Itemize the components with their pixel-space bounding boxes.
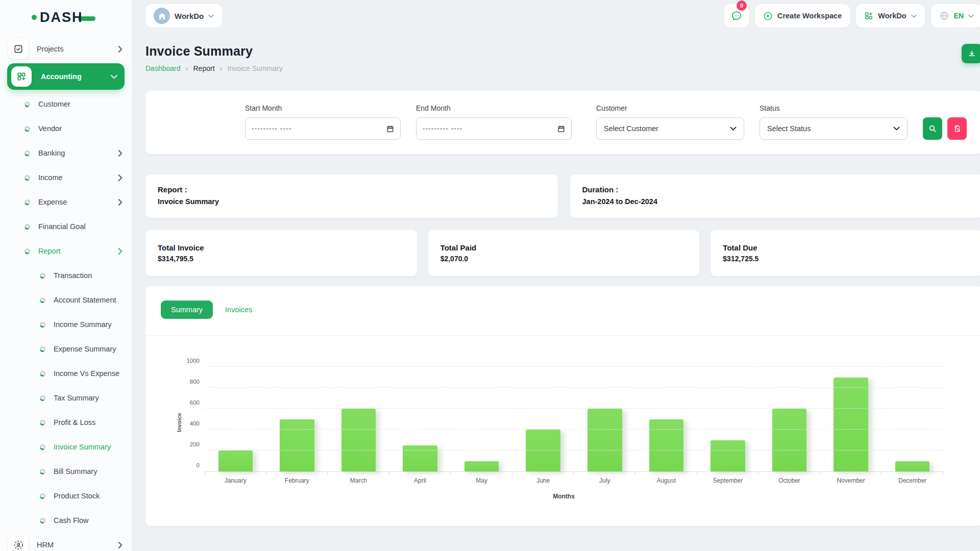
sidebar-item-income[interactable]: Income bbox=[0, 165, 132, 190]
reset-filter-button[interactable] bbox=[947, 117, 967, 140]
sidebar-item-financial-goal[interactable]: Financial Goal bbox=[0, 214, 132, 239]
customer-select[interactable]: Select Customer bbox=[596, 117, 744, 140]
breadcrumb: Dashboard › Report › Invoice Summary bbox=[145, 64, 283, 72]
sidebar-item-banking[interactable]: Banking bbox=[0, 141, 132, 165]
chevron-down-icon bbox=[968, 14, 974, 18]
sidebar-item-income-summary[interactable]: Income Summary bbox=[0, 312, 132, 337]
bar-february[interactable] bbox=[280, 419, 314, 472]
bar-august[interactable] bbox=[649, 419, 684, 472]
sidebar-item-label: Banking bbox=[38, 149, 65, 157]
bar-slot-august bbox=[635, 367, 697, 471]
chevron-right-icon bbox=[118, 46, 122, 53]
dash-logo[interactable]: DASH bbox=[0, 7, 132, 28]
bar-november[interactable] bbox=[834, 378, 868, 472]
chevron-down-icon bbox=[111, 74, 117, 79]
x-tick-label: October bbox=[758, 477, 820, 484]
start-month-label: Start Month bbox=[245, 104, 401, 112]
bar-april[interactable] bbox=[403, 445, 437, 471]
sidebar-item-profit-loss[interactable]: Profit & Loss bbox=[0, 410, 132, 435]
total-invoice-card: Total Invoice $314,795.5 bbox=[145, 230, 417, 276]
report-info-row: Report : Invoice Summary Duration : Jan-… bbox=[145, 174, 980, 218]
sidebar-item-label: Expense bbox=[38, 198, 67, 206]
breadcrumb-dashboard[interactable]: Dashboard bbox=[145, 64, 181, 72]
sidebar-item-invoice-summary[interactable]: Invoice Summary bbox=[0, 435, 132, 459]
bullet-icon bbox=[24, 175, 30, 181]
chart-x-labels: JanuaryFebruaryMarchAprilMayJuneJulyAugu… bbox=[205, 477, 943, 484]
bar-october[interactable] bbox=[772, 409, 807, 471]
end-month-input[interactable]: --------- ---- bbox=[416, 117, 572, 140]
topbar: WorkDo 0 Create Workspace WorkDo bbox=[145, 4, 980, 28]
chevron-right-icon bbox=[118, 174, 122, 181]
grid-plus-icon bbox=[11, 66, 32, 87]
total-paid-card: Total Paid $2,070.0 bbox=[428, 230, 700, 276]
sidebar-item-product-stock[interactable]: Product Stock bbox=[0, 484, 132, 508]
download-report-button[interactable] bbox=[962, 44, 980, 63]
bar-june[interactable] bbox=[526, 430, 560, 471]
logo-dot-icon bbox=[32, 15, 37, 20]
notifications-button[interactable]: 0 bbox=[724, 4, 749, 28]
bullet-icon bbox=[40, 469, 45, 474]
sidebar-item-report[interactable]: Report bbox=[0, 239, 132, 263]
sidebar-item-expense[interactable]: Expense bbox=[0, 190, 132, 214]
bar-slot-april bbox=[389, 367, 451, 471]
sidebar-item-accounting[interactable]: Accounting bbox=[7, 63, 125, 90]
create-workspace-button[interactable]: Create Workspace bbox=[755, 4, 850, 28]
workdo-menu[interactable]: WorkDo bbox=[856, 4, 924, 28]
workspace-selector[interactable]: WorkDo bbox=[145, 4, 222, 28]
x-tick-label: September bbox=[697, 477, 759, 484]
chevron-right-icon bbox=[118, 248, 122, 255]
x-tick-label: November bbox=[820, 477, 882, 484]
bullet-icon bbox=[40, 493, 45, 499]
gridline bbox=[205, 450, 943, 450]
sidebar-item-label: Income Summary bbox=[54, 320, 112, 329]
bar-december[interactable] bbox=[895, 461, 930, 472]
sidebar-item-account-statement[interactable]: Account Statement bbox=[0, 288, 132, 312]
breadcrumb-separator: › bbox=[186, 64, 188, 72]
duration-card: Duration : Jan-2024 to Dec-2024 bbox=[570, 174, 980, 218]
status-select[interactable]: Select Status bbox=[760, 117, 908, 140]
y-tick-label: 800 bbox=[178, 379, 200, 385]
bullet-icon bbox=[40, 518, 45, 523]
workspace-name: WorkDo bbox=[175, 12, 204, 20]
calendar-icon[interactable] bbox=[557, 125, 565, 133]
building-icon bbox=[158, 12, 166, 20]
apply-filter-button[interactable] bbox=[923, 117, 942, 140]
bar-slot-november bbox=[820, 367, 882, 471]
bar-slot-july bbox=[574, 367, 635, 471]
calendar-icon[interactable] bbox=[386, 125, 394, 133]
sidebar-item-customer[interactable]: Customer bbox=[0, 92, 132, 116]
bar-slot-december bbox=[881, 367, 943, 471]
report-value: Invoice Summary bbox=[158, 197, 546, 206]
bullet-icon bbox=[40, 371, 45, 377]
sidebar-item-cash-flow[interactable]: Cash Flow bbox=[0, 508, 132, 533]
breadcrumb-report[interactable]: Report bbox=[193, 64, 215, 72]
tab-invoices[interactable]: Invoices bbox=[218, 300, 259, 319]
bar-slot-october bbox=[758, 367, 820, 471]
language-code: EN bbox=[954, 12, 964, 20]
bar-january[interactable] bbox=[218, 450, 253, 471]
sidebar-item-label: Bill Summary bbox=[54, 467, 97, 475]
sidebar-item-hrm[interactable]: HRM bbox=[0, 533, 132, 551]
status-label: Status bbox=[760, 104, 908, 112]
sidebar-item-label: Report bbox=[38, 247, 61, 255]
sidebar-item-transaction[interactable]: Transaction bbox=[0, 263, 132, 288]
bar-slot-september bbox=[697, 367, 759, 471]
bullet-icon bbox=[24, 248, 30, 254]
bar-july[interactable] bbox=[587, 409, 622, 471]
sidebar-item-projects[interactable]: Projects bbox=[0, 37, 132, 61]
start-month-field: Start Month --------- ---- bbox=[245, 104, 401, 140]
x-tick-label: June bbox=[512, 477, 574, 484]
duration-label: Duration : bbox=[582, 185, 970, 194]
bar-may[interactable] bbox=[464, 461, 499, 472]
bar-march[interactable] bbox=[341, 409, 376, 471]
language-selector[interactable]: EN bbox=[931, 4, 980, 28]
tab-summary[interactable]: Summary bbox=[161, 300, 213, 319]
sidebar-item-income-vs-expense[interactable]: Income Vs Expense bbox=[0, 361, 132, 386]
chevron-down-icon bbox=[730, 127, 737, 131]
sidebar-item-tax-summary[interactable]: Tax Summary bbox=[0, 386, 132, 410]
sidebar-item-expense-summary[interactable]: Expense Summary bbox=[0, 337, 132, 361]
start-month-input[interactable]: --------- ---- bbox=[245, 117, 401, 140]
sidebar-item-bill-summary[interactable]: Bill Summary bbox=[0, 459, 132, 484]
bar-september[interactable] bbox=[710, 440, 745, 472]
sidebar-item-vendor[interactable]: Vendor bbox=[0, 116, 132, 141]
